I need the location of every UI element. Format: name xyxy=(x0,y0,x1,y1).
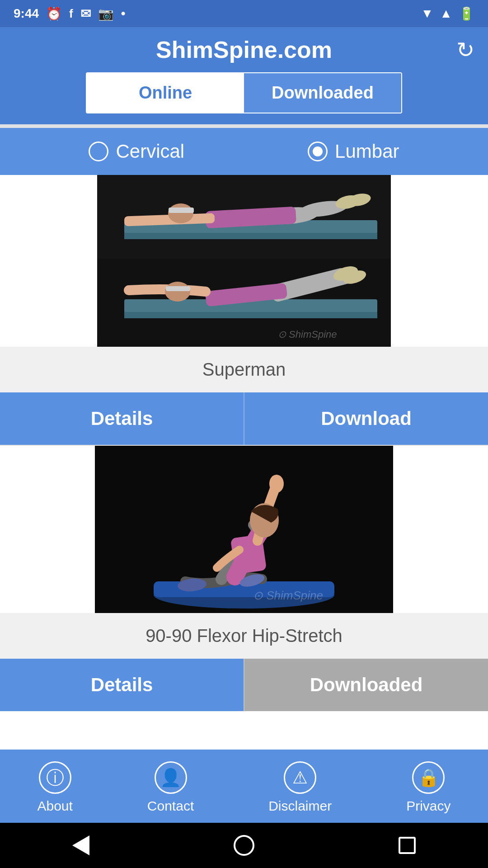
status-bar: 9:44 ⏰ f ✉ 📷 • ▼ ▲ 🔋 xyxy=(0,0,488,27)
about-icon: ⓘ xyxy=(39,761,71,794)
android-recents-button[interactable] xyxy=(399,837,416,854)
hip-stretch-details-button[interactable]: Details xyxy=(0,659,244,711)
status-time: 9:44 xyxy=(14,6,39,21)
svg-point-24 xyxy=(269,475,284,493)
region-selector: Cervical Lumbar xyxy=(0,128,488,175)
section-divider xyxy=(0,124,488,128)
disclaimer-icon: ⚠ xyxy=(284,761,316,794)
nav-label-privacy: Privacy xyxy=(406,798,450,814)
app-title: ShimSpine.com xyxy=(156,36,332,63)
svg-rect-2 xyxy=(124,233,377,239)
svg-point-9 xyxy=(168,203,193,223)
svg-text:⊙ ShimSpine: ⊙ ShimSpine xyxy=(253,589,323,602)
tab-downloaded[interactable]: Downloaded xyxy=(244,73,401,113)
exercise-name-hip-stretch: 90-90 Flexor Hip-Stretch xyxy=(0,613,488,659)
hip-stretch-action-buttons: Details Downloaded xyxy=(0,659,488,711)
header-top: ShimSpine.com ↻ xyxy=(14,36,474,63)
nav-item-privacy[interactable]: 🔒 Privacy xyxy=(406,761,450,814)
signal-icon: ▲ xyxy=(440,6,452,21)
nav-item-disclaimer[interactable]: ⚠ Disclaimer xyxy=(268,761,332,814)
svg-point-17 xyxy=(165,282,190,302)
instagram-icon: 📷 xyxy=(98,6,114,21)
nav-label-disclaimer: Disclaimer xyxy=(268,798,332,814)
status-left: 9:44 ⏰ f ✉ 📷 • xyxy=(14,6,126,21)
hip-stretch-image-wrapper: ⊙ ShimSpine xyxy=(0,446,488,613)
region-label-lumbar: Lumbar xyxy=(335,141,399,162)
privacy-icon: 🔒 xyxy=(412,761,445,794)
header: ShimSpine.com ↻ Online Downloaded xyxy=(0,27,488,124)
superman-exercise-image: ⊙ ShimSpine xyxy=(97,175,391,347)
tab-bar: Online Downloaded xyxy=(86,72,402,113)
region-option-cervical[interactable]: Cervical xyxy=(89,141,184,162)
hip-stretch-downloaded-button[interactable]: Downloaded xyxy=(244,659,488,711)
svg-rect-18 xyxy=(166,286,190,291)
content-area: ⊙ ShimSpine Superman Details Download xyxy=(0,175,488,750)
status-right: ▼ ▲ 🔋 xyxy=(421,6,474,21)
tab-online[interactable]: Online xyxy=(87,73,244,113)
superman-download-button[interactable]: Download xyxy=(244,392,488,445)
android-back-button[interactable] xyxy=(72,835,89,855)
bottom-nav: ⓘ About 👤 Contact ⚠ Disclaimer 🔒 Privacy xyxy=(0,750,488,823)
superman-action-buttons: Details Download xyxy=(0,392,488,445)
nav-item-about[interactable]: ⓘ About xyxy=(37,761,72,814)
android-nav-bar xyxy=(0,823,488,868)
exercise-card-hip-stretch: ⊙ ShimSpine 90-90 Flexor Hip-Stretch Det… xyxy=(0,446,488,711)
exercise-card-superman: ⊙ ShimSpine Superman Details Download xyxy=(0,175,488,445)
contact-icon: 👤 xyxy=(155,761,187,794)
android-home-button[interactable] xyxy=(234,835,254,856)
svg-rect-13 xyxy=(124,312,377,318)
radio-lumbar-selected xyxy=(313,146,323,156)
hip-stretch-exercise-image: ⊙ ShimSpine xyxy=(95,446,393,613)
radio-cervical[interactable] xyxy=(89,142,108,161)
gmail-icon: ✉ xyxy=(80,6,91,21)
radio-lumbar[interactable] xyxy=(308,142,328,161)
nav-label-contact: Contact xyxy=(147,798,194,814)
nav-item-contact[interactable]: 👤 Contact xyxy=(147,761,194,814)
alarm-icon: ⏰ xyxy=(46,6,62,21)
superman-image-wrapper: ⊙ ShimSpine xyxy=(0,175,488,347)
exercise-name-superman: Superman xyxy=(0,347,488,392)
facebook-icon: f xyxy=(69,7,73,21)
svg-text:⊙ ShimSpine: ⊙ ShimSpine xyxy=(278,329,337,340)
wifi-icon: ▼ xyxy=(421,6,434,21)
region-option-lumbar[interactable]: Lumbar xyxy=(308,141,399,162)
superman-details-button[interactable]: Details xyxy=(0,392,244,445)
refresh-icon[interactable]: ↻ xyxy=(456,37,474,62)
dot-icon: • xyxy=(121,6,126,21)
nav-label-about: About xyxy=(37,798,72,814)
svg-rect-10 xyxy=(169,208,194,213)
region-label-cervical: Cervical xyxy=(116,141,184,162)
battery-icon: 🔋 xyxy=(459,6,474,21)
